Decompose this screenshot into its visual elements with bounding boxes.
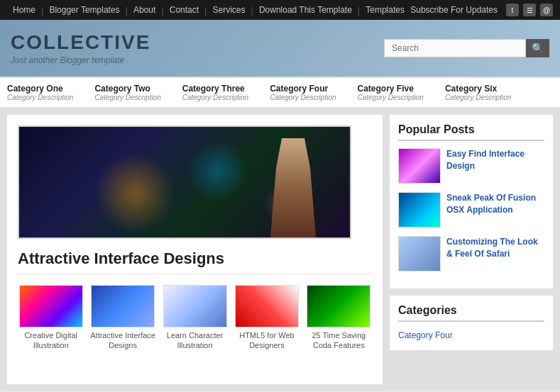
categories-title: Categories: [398, 304, 544, 322]
nav-services[interactable]: Services: [207, 0, 251, 20]
cat-two-desc: Category Description: [94, 94, 160, 101]
thumb-image-3: [235, 285, 299, 327]
thumb-item-3[interactable]: HTML5 for Web Designers: [234, 285, 300, 351]
thumb-item-0[interactable]: Creative Digital Illustration: [18, 285, 84, 351]
site-title: COLLECTIVE: [11, 31, 150, 54]
hero-image: [18, 125, 351, 239]
nav-download[interactable]: Download This Template: [253, 0, 358, 20]
search-input[interactable]: [384, 39, 526, 57]
pp-thumb-2: [398, 236, 441, 271]
thumb-image-0: [19, 285, 83, 327]
cat-nav-six[interactable]: Category Six Category Description: [445, 84, 511, 101]
search-wrap: 🔍: [384, 39, 549, 57]
cat-two-name: Category Two: [94, 84, 160, 94]
nav-templates[interactable]: Templates: [360, 0, 410, 20]
thumb-image-4: [307, 285, 370, 327]
thumb-image-2: [163, 285, 227, 327]
article-title: Attractive Interface Designs: [18, 250, 372, 274]
thumbnails-row: Creative Digital Illustration Attractive…: [18, 285, 372, 351]
thumb-caption-2: Learn Character Illustration: [162, 330, 228, 351]
top-navigation: Home | Blogger Templates | About | Conta…: [0, 0, 560, 20]
pp-title-2: Customizing The Look & Feel Of Safari: [446, 236, 544, 260]
cat-six-desc: Category Description: [445, 94, 511, 101]
thumb-caption-0: Creative Digital Illustration: [18, 330, 84, 351]
cat-six-name: Category Six: [445, 84, 511, 94]
email-icon[interactable]: @: [540, 4, 553, 16]
thumb-caption-1: Attractive Interface Designs: [89, 330, 155, 351]
nav-home[interactable]: Home: [7, 0, 41, 20]
cat-one-name: Category One: [7, 84, 73, 94]
cat-four-name: Category Four: [270, 84, 336, 94]
cat-five-desc: Category Description: [358, 94, 424, 101]
main-wrap: Attractive Interface Designs Creative Di…: [0, 108, 560, 391]
pp-thumb-0: [398, 148, 441, 184]
cat-nav-four[interactable]: Category Four Category Description: [270, 84, 336, 101]
main-content: Attractive Interface Designs Creative Di…: [7, 115, 383, 384]
pp-title-1: Sneak Peak Of Fusion OSX Application: [446, 192, 544, 216]
thumb-item-2[interactable]: Learn Character Illustration: [162, 285, 228, 351]
sidebar: Popular Posts Easy Find Interface Design…: [390, 115, 553, 384]
cat-one-desc: Category Description: [7, 94, 73, 101]
cat-nav-one[interactable]: Category One Category Description: [7, 84, 73, 101]
thumb-item-4[interactable]: 25 Time Saving Coda Features: [306, 285, 372, 351]
pp-title-0: Easy Find Interface Design: [446, 148, 544, 172]
cat-three-desc: Category Description: [182, 94, 248, 101]
popular-post-2[interactable]: Customizing The Look & Feel Of Safari: [398, 236, 544, 271]
branding: COLLECTIVE Just another Blogger template: [11, 31, 150, 65]
popular-posts-section: Popular Posts Easy Find Interface Design…: [390, 115, 553, 289]
thumb-item-1[interactable]: Attractive Interface Designs: [89, 285, 155, 351]
popular-posts-title: Popular Posts: [398, 123, 544, 141]
site-tagline: Just another Blogger template: [11, 55, 150, 65]
cat-four-desc: Category Description: [270, 94, 336, 101]
cat-five-name: Category Five: [358, 84, 424, 94]
thumb-caption-3: HTML5 for Web Designers: [234, 330, 300, 351]
nav-blogger-templates[interactable]: Blogger Templates: [43, 0, 125, 20]
subscribe-label: Subscribe For Updates: [410, 5, 498, 15]
pp-thumb-1: [398, 192, 441, 228]
categories-section: Categories Category Four: [390, 296, 553, 350]
rss-icon[interactable]: ☰: [523, 4, 536, 16]
cat-nav-two[interactable]: Category Two Category Description: [94, 84, 160, 101]
popular-post-1[interactable]: Sneak Peak Of Fusion OSX Application: [398, 192, 544, 228]
cat-nav-five[interactable]: Category Five Category Description: [358, 84, 424, 101]
cat-nav-three[interactable]: Category Three Category Description: [182, 84, 248, 101]
right-nav-area: Subscribe For Updates t ☰ @: [410, 4, 553, 16]
cat-three-name: Category Three: [182, 84, 248, 94]
nav-contact[interactable]: Contact: [164, 0, 204, 20]
thumb-image-1: [91, 285, 155, 327]
twitter-icon[interactable]: t: [506, 4, 519, 16]
category-navigation: Category One Category Description Catego…: [0, 77, 560, 108]
thumb-caption-4: 25 Time Saving Coda Features: [306, 330, 372, 351]
nav-about[interactable]: About: [128, 0, 161, 20]
popular-post-0[interactable]: Easy Find Interface Design: [398, 148, 544, 184]
site-header: COLLECTIVE Just another Blogger template…: [0, 20, 560, 77]
search-button[interactable]: 🔍: [526, 39, 549, 57]
category-link-0[interactable]: Category Four: [398, 329, 544, 342]
